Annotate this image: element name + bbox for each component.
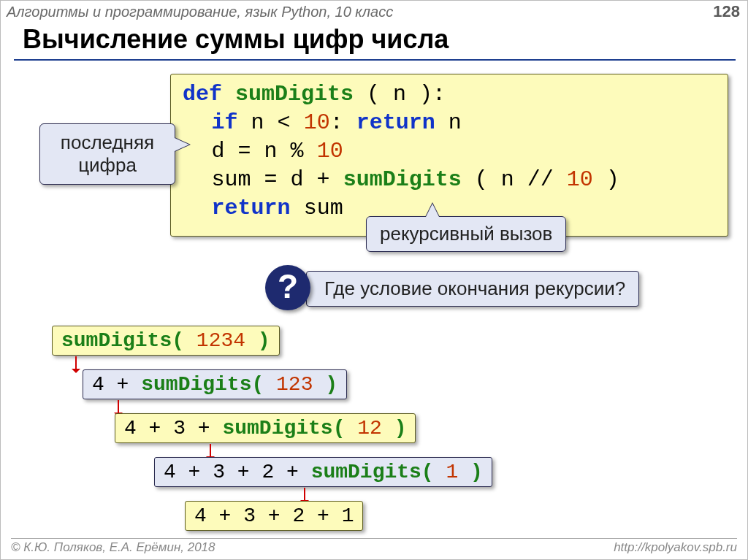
trace-row-1: sumDigits( 1234 ) [52,326,280,356]
trace-row-2: 4 + sumDigits( 123 ) [83,369,347,399]
footer: © К.Ю. Поляков, Е.А. Ерёмин, 2018 http:/… [11,540,737,555]
question-mark-icon: ? [265,265,310,310]
trace-row-3: 4 + 3 + sumDigits( 12 ) [115,413,416,443]
trace-row-5: 4 + 3 + 2 + 1 [185,501,363,531]
slide-header: Алгоритмы и программирование, язык Pytho… [7,4,741,21]
footer-rule [11,538,737,539]
slide-title: Вычисление суммы цифр числа [23,24,733,56]
subject-text: Алгоритмы и программирование, язык Pytho… [7,4,393,20]
callout-last-digit: последняя цифра [39,123,175,185]
slide: Алгоритмы и программирование, язык Pytho… [0,0,748,560]
footer-right: http://kpolyakov.spb.ru [614,540,737,555]
code-line-4: sum = d + sumDigits ( n // 10 ) [183,166,716,194]
code-line-1: def sumDigits ( n ): [183,80,716,109]
code-block: def sumDigits ( n ): if n < 10: return n… [170,74,728,237]
callout-recursive-call: рекурсивный вызов [366,216,566,252]
trace-row-4: 4 + 3 + 2 + sumDigits( 1 ) [154,457,492,487]
title-underline [14,59,736,61]
arrow-1-icon [75,356,77,372]
code-line-3: d = n % 10 [183,137,716,166]
code-line-2: if n < 10: return n [183,109,716,137]
question-box: Где условие окончания рекурсии? [306,271,639,307]
page-number: 128 [713,2,740,21]
footer-left: © К.Ю. Поляков, Е.А. Ерёмин, 2018 [11,540,215,554]
